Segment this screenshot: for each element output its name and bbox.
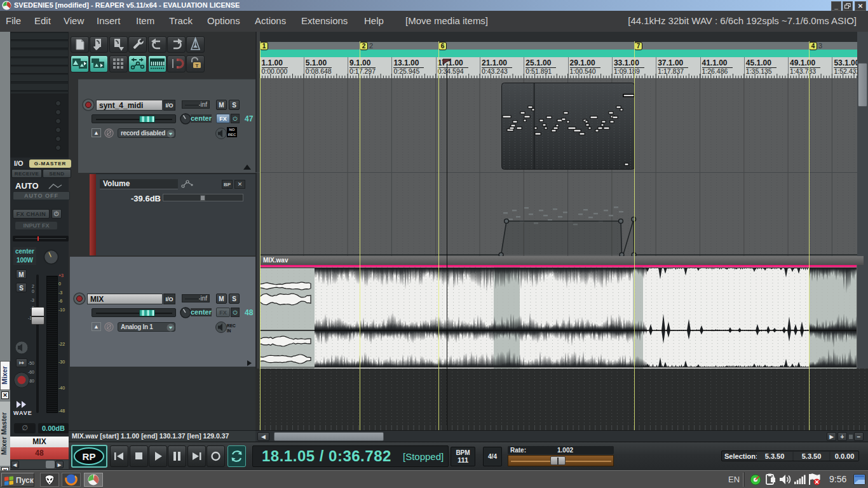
svg-text:T: T <box>196 63 199 69</box>
svg-text:RP: RP <box>83 451 96 462</box>
